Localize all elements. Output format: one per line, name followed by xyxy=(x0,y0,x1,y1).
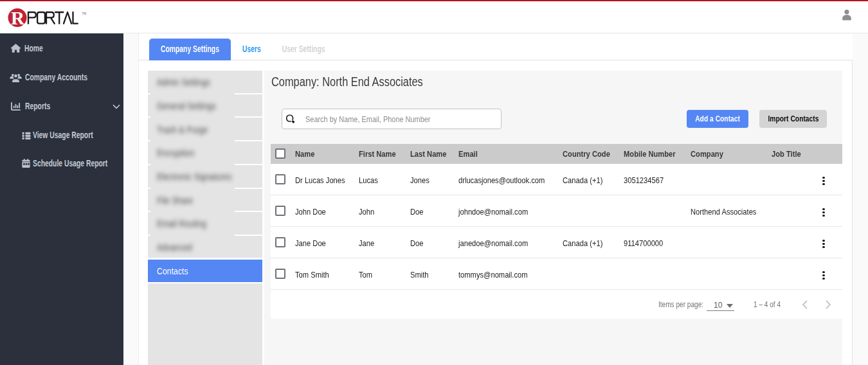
svg-text:TM: TM xyxy=(82,12,87,15)
svg-text:R: R xyxy=(11,8,25,28)
